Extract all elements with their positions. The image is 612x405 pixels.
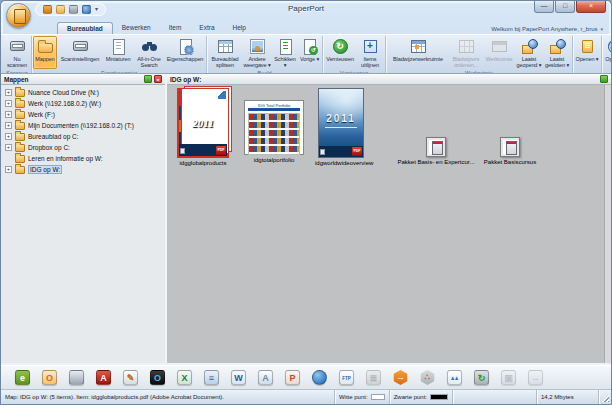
ribbon-button-laatst-geopend[interactable]: Laatst geopend ▾ bbox=[515, 36, 543, 69]
folder-label[interactable]: Bureaublad op C: bbox=[28, 133, 79, 140]
ribbon-button-vorige[interactable]: Vorige ▾ bbox=[298, 36, 321, 69]
expand-toggle-icon[interactable]: + bbox=[5, 89, 12, 96]
folder-tree-item-nuance-cloud-drive-n[interactable]: +Nuance Cloud Drive (N:) bbox=[1, 87, 165, 98]
tab-bewerken[interactable]: Bewerken bbox=[113, 22, 160, 34]
outlook-icon[interactable]: O bbox=[42, 370, 57, 385]
ribbon-button-opties[interactable]: Opties ▾ bbox=[603, 36, 611, 70]
folder-tree-item-dropbox-op-c[interactable]: +Dropbox op C: bbox=[1, 142, 165, 153]
omnipage-icon[interactable]: O bbox=[150, 370, 165, 385]
excel-icon[interactable]: X bbox=[177, 370, 192, 385]
ribbon-button-scaninstellingen[interactable]: Scaninstellingen bbox=[57, 36, 103, 69]
folder-tree-item-werk-192-168-0-2-w[interactable]: +Werk (\\192.168.0.2) (W:) bbox=[1, 98, 165, 109]
export-icon[interactable]: → bbox=[528, 370, 543, 385]
scan-device-icon[interactable] bbox=[69, 370, 84, 385]
folder-label[interactable]: Dropbox op C: bbox=[28, 144, 70, 151]
evernote-icon[interactable]: e bbox=[15, 370, 30, 385]
word-icon[interactable]: W bbox=[231, 370, 246, 385]
expand-toggle-icon[interactable]: + bbox=[5, 100, 12, 107]
folder-icon bbox=[15, 166, 25, 174]
expand-toggle-icon[interactable]: + bbox=[5, 144, 12, 151]
ribbon-button-openen[interactable]: Openen ▾ bbox=[574, 36, 600, 70]
document-idgglobalproducts[interactable]: 2011 PDF idgglobalproducts bbox=[172, 88, 234, 166]
workspace-desktop[interactable]: 2011 PDF idgglobalproducts IDG Total Por… bbox=[167, 85, 611, 363]
ribbon-button-bladwijzerwerkruimte[interactable]: Bladwijzerwerkruimte bbox=[387, 36, 449, 69]
ribbon-group-beeld: Bureaublad splitsenAndere weergave ▾Schi… bbox=[207, 36, 323, 73]
ribbon-button-laatst-gesloten[interactable]: Laatst gesloten ▾ bbox=[543, 36, 571, 69]
window-controls: —□× bbox=[534, 0, 606, 13]
image-viewer-icon[interactable]: A bbox=[258, 370, 273, 385]
ribbon-button-werkruimte[interactable]: Werkruimte bbox=[483, 36, 515, 69]
ribbon-button-schikken[interactable]: Schikken ▾ bbox=[272, 36, 298, 69]
ribbon-button-mappen[interactable]: Mappen bbox=[33, 36, 57, 69]
powerpoint-icon[interactable]: P bbox=[285, 370, 300, 385]
folder-label[interactable]: Leren en informatie op W: bbox=[28, 155, 103, 162]
recycle-icon[interactable]: ↻ bbox=[474, 370, 489, 385]
document-pakket-basiscursus[interactable]: Pakket Basiscursus bbox=[475, 137, 545, 165]
folder-label[interactable]: Mijn Documenten (\\192.168.0.2) (T:) bbox=[28, 122, 134, 129]
ribbon-button-andere-weergave[interactable]: Andere weergave ▾ bbox=[242, 36, 272, 69]
ribbon-button-items-uitlijnen[interactable]: Items uitlijnen bbox=[356, 36, 384, 69]
folder-label[interactable]: Werk (\\192.168.0.2) (W:) bbox=[28, 100, 101, 107]
bookmark-workspace-icon bbox=[410, 38, 427, 55]
connector-orange-icon[interactable]: → bbox=[393, 370, 408, 385]
ribbon-button-miniaturen[interactable]: Miniaturen bbox=[103, 36, 133, 69]
tab-bureaublad[interactable]: Bureaublad bbox=[57, 22, 113, 34]
folder-tree-item-werk-f[interactable]: +Werk (F:) bbox=[1, 109, 165, 120]
document-label[interactable]: Pakket Basiscursus bbox=[475, 159, 545, 165]
folder-tree-item-leren-en-informatie-op-w[interactable]: Leren en informatie op W: bbox=[1, 153, 165, 164]
welcome-dropdown-icon[interactable]: ▾ bbox=[600, 26, 603, 32]
maximize-button[interactable]: □ bbox=[555, 0, 575, 13]
document-idgtotalportfolio[interactable]: IDG Total Portfolio idgtotalportfolio bbox=[241, 100, 307, 163]
close-button[interactable]: × bbox=[576, 0, 606, 13]
ribbon-group-functievenster: MappenScaninstellingenMiniaturenAll-in-O… bbox=[32, 36, 207, 73]
folder-tree-item-idg-op-w[interactable]: +IDG op W: bbox=[1, 164, 165, 175]
ftp-icon[interactable]: FTP bbox=[339, 370, 354, 385]
refresh-icon bbox=[332, 38, 349, 55]
acrobat-icon[interactable]: A bbox=[96, 370, 111, 385]
people-icon[interactable]: ♟♟ bbox=[447, 370, 462, 385]
options-icon bbox=[607, 38, 612, 55]
document-pakket-basis-en-expertcursus[interactable]: Pakket Basis- en Expertcur... bbox=[397, 137, 475, 165]
copy-icon[interactable]: ▣ bbox=[501, 370, 516, 385]
connector-gray-icon[interactable]: ∴ bbox=[420, 370, 435, 385]
minimize-button[interactable]: — bbox=[534, 0, 554, 13]
document-label[interactable]: idgworldwideoverview bbox=[315, 160, 367, 166]
folder-label[interactable]: Werk (F:) bbox=[28, 111, 55, 118]
ribbon-button-vernieuwen[interactable]: Vernieuwen bbox=[324, 36, 356, 69]
ribbon-button-label: Bladwijzerwerkruimte bbox=[393, 56, 443, 62]
document-label[interactable]: idgtotalportfolio bbox=[241, 157, 307, 163]
paperport-window: ▾ PaperPort —□× BureaubladBewerkenItemEx… bbox=[0, 0, 612, 405]
workspace-maximize-icon[interactable] bbox=[600, 75, 608, 83]
expand-toggle-icon[interactable]: + bbox=[5, 133, 12, 140]
folder-tree-item-bureaublad-op-c[interactable]: +Bureaublad op C: bbox=[1, 131, 165, 142]
ribbon-button-bureaublad-splitsen[interactable]: Bureaublad splitsen bbox=[208, 36, 242, 69]
notepad-icon[interactable]: ≡ bbox=[204, 370, 219, 385]
paperport-anywhere-welcome[interactable]: Welkom bij PaperPort Anywhere, r_brus ▾ bbox=[491, 26, 603, 32]
ribbon-button-nu-scannen[interactable]: Nu scannen bbox=[4, 36, 30, 69]
folder-tree-item-mijn-documenten-192-168-0-2-t[interactable]: +Mijn Documenten (\\192.168.0.2) (T:) bbox=[1, 120, 165, 131]
fax-icon[interactable]: ≣ bbox=[366, 370, 381, 385]
expand-toggle-icon[interactable]: + bbox=[5, 111, 12, 118]
tab-item[interactable]: Item bbox=[160, 22, 191, 34]
tab-help[interactable]: Help bbox=[224, 22, 255, 34]
pdf-badge-icon: PDF bbox=[352, 147, 362, 156]
folder-label[interactable]: IDG op W: bbox=[28, 165, 62, 174]
title-bar[interactable]: ▾ PaperPort —□× bbox=[1, 1, 611, 19]
resize-grip[interactable] bbox=[599, 390, 611, 404]
vertical-scrollbar[interactable] bbox=[604, 85, 611, 363]
folder-label[interactable]: Nuance Cloud Drive (N:) bbox=[28, 89, 99, 96]
ribbon-button-all-in-one-search[interactable]: All-in-One Search bbox=[133, 36, 165, 69]
panel-close-icon[interactable]: × bbox=[154, 75, 162, 83]
panel-detach-icon[interactable] bbox=[144, 75, 152, 83]
document-label[interactable]: Pakket Basis- en Expertcur... bbox=[397, 159, 475, 165]
ribbon-button-bladwijzers-ordenen[interactable]: Bladwijzers ordenen... bbox=[449, 36, 483, 69]
paint-icon[interactable]: ✎ bbox=[123, 370, 138, 385]
web-icon[interactable] bbox=[312, 370, 327, 385]
expand-toggle-icon[interactable]: + bbox=[5, 122, 12, 129]
document-idgworldwideoverview[interactable]: 2011 PDF idgworldwideoverview bbox=[315, 88, 367, 166]
expand-toggle-icon[interactable]: + bbox=[5, 166, 12, 173]
application-menu-button[interactable] bbox=[6, 3, 31, 28]
tab-extra[interactable]: Extra bbox=[190, 22, 223, 34]
document-label[interactable]: idgglobalproducts bbox=[172, 160, 234, 166]
ribbon-button-eigenschappen[interactable]: Eigenschappen bbox=[165, 36, 205, 69]
